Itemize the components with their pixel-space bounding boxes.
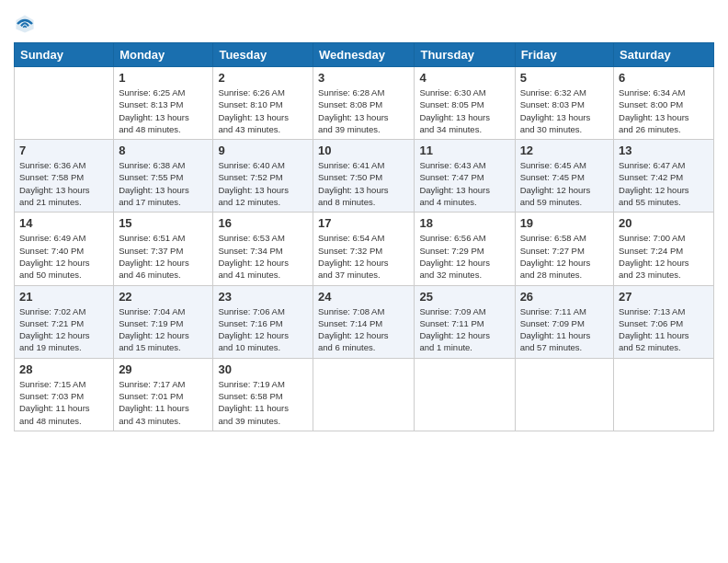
- day-number: 20: [619, 216, 709, 230]
- calendar-cell: 25Sunrise: 7:09 AMSunset: 7:11 PMDayligh…: [415, 285, 515, 358]
- day-info: Sunrise: 6:45 AMSunset: 7:45 PMDaylight:…: [520, 159, 609, 208]
- day-info: Sunrise: 7:15 AMSunset: 7:03 PMDaylight:…: [19, 378, 108, 427]
- day-info: Sunrise: 6:58 AMSunset: 7:27 PMDaylight:…: [520, 232, 609, 281]
- calendar-cell: 12Sunrise: 6:45 AMSunset: 7:45 PMDayligh…: [515, 140, 613, 213]
- day-number: 21: [19, 290, 108, 304]
- day-info: Sunrise: 6:56 AMSunset: 7:29 PMDaylight:…: [419, 232, 509, 281]
- calendar-cell: 9Sunrise: 6:40 AMSunset: 7:52 PMDaylight…: [213, 140, 313, 213]
- calendar-cell: 10Sunrise: 6:41 AMSunset: 7:50 PMDayligh…: [313, 140, 415, 213]
- day-number: 7: [19, 144, 108, 157]
- day-info: Sunrise: 7:02 AMSunset: 7:21 PMDaylight:…: [19, 305, 108, 354]
- day-info: Sunrise: 6:41 AMSunset: 7:50 PMDaylight:…: [318, 159, 409, 208]
- calendar-cell: 8Sunrise: 6:38 AMSunset: 7:55 PMDaylight…: [114, 140, 213, 213]
- weekday-header-sunday: Sunday: [15, 43, 114, 67]
- day-number: 17: [318, 216, 409, 230]
- day-number: 4: [419, 71, 509, 85]
- calendar-week-row: 1Sunrise: 6:25 AMSunset: 8:13 PMDaylight…: [15, 67, 714, 140]
- calendar-cell: [614, 358, 714, 431]
- day-number: 14: [19, 216, 108, 230]
- day-info: Sunrise: 7:06 AMSunset: 7:16 PMDaylight:…: [218, 305, 308, 354]
- logo: [14, 13, 40, 35]
- calendar-cell: 20Sunrise: 7:00 AMSunset: 7:24 PMDayligh…: [614, 213, 714, 285]
- calendar-week-row: 7Sunrise: 6:36 AMSunset: 7:58 PMDaylight…: [15, 140, 714, 213]
- day-info: Sunrise: 6:47 AMSunset: 7:42 PMDaylight:…: [619, 159, 709, 208]
- weekday-header-thursday: Thursday: [415, 43, 515, 67]
- day-info: Sunrise: 7:00 AMSunset: 7:24 PMDaylight:…: [619, 232, 709, 281]
- calendar-cell: 26Sunrise: 7:11 AMSunset: 7:09 PMDayligh…: [515, 285, 613, 358]
- day-info: Sunrise: 6:36 AMSunset: 7:58 PMDaylight:…: [19, 159, 108, 208]
- calendar-week-row: 21Sunrise: 7:02 AMSunset: 7:21 PMDayligh…: [15, 285, 714, 358]
- day-info: Sunrise: 6:53 AMSunset: 7:34 PMDaylight:…: [218, 232, 308, 281]
- calendar-cell: 24Sunrise: 7:08 AMSunset: 7:14 PMDayligh…: [313, 285, 415, 358]
- day-number: 2: [218, 71, 308, 85]
- weekday-header-monday: Monday: [114, 43, 213, 67]
- day-number: 6: [619, 71, 709, 85]
- calendar-cell: 14Sunrise: 6:49 AMSunset: 7:40 PMDayligh…: [15, 213, 114, 285]
- calendar-cell: 21Sunrise: 7:02 AMSunset: 7:21 PMDayligh…: [15, 285, 114, 358]
- calendar-cell: [415, 358, 515, 431]
- day-info: Sunrise: 6:54 AMSunset: 7:32 PMDaylight:…: [318, 232, 409, 281]
- day-info: Sunrise: 6:51 AMSunset: 7:37 PMDaylight:…: [119, 232, 208, 281]
- calendar-cell: 11Sunrise: 6:43 AMSunset: 7:47 PMDayligh…: [415, 140, 515, 213]
- day-info: Sunrise: 6:30 AMSunset: 8:05 PMDaylight:…: [419, 86, 509, 135]
- day-number: 1: [119, 71, 208, 85]
- calendar-cell: 16Sunrise: 6:53 AMSunset: 7:34 PMDayligh…: [213, 213, 313, 285]
- day-info: Sunrise: 6:25 AMSunset: 8:13 PMDaylight:…: [119, 86, 208, 135]
- calendar-cell: 29Sunrise: 7:17 AMSunset: 7:01 PMDayligh…: [114, 358, 213, 431]
- day-number: 25: [419, 290, 509, 304]
- day-number: 10: [318, 144, 409, 157]
- day-info: Sunrise: 6:26 AMSunset: 8:10 PMDaylight:…: [218, 86, 308, 135]
- day-number: 23: [218, 290, 308, 304]
- day-info: Sunrise: 6:32 AMSunset: 8:03 PMDaylight:…: [520, 86, 609, 135]
- calendar-cell: 22Sunrise: 7:04 AMSunset: 7:19 PMDayligh…: [114, 285, 213, 358]
- calendar-cell: 15Sunrise: 6:51 AMSunset: 7:37 PMDayligh…: [114, 213, 213, 285]
- calendar-cell: 18Sunrise: 6:56 AMSunset: 7:29 PMDayligh…: [415, 213, 515, 285]
- day-number: 28: [19, 362, 108, 376]
- calendar: SundayMondayTuesdayWednesdayThursdayFrid…: [14, 42, 714, 431]
- day-number: 11: [419, 144, 509, 157]
- weekday-header-friday: Friday: [515, 43, 613, 67]
- day-info: Sunrise: 7:11 AMSunset: 7:09 PMDaylight:…: [520, 305, 609, 354]
- calendar-cell: 30Sunrise: 7:19 AMSunset: 6:58 PMDayligh…: [213, 358, 313, 431]
- day-number: 5: [520, 71, 609, 85]
- day-number: 24: [318, 290, 409, 304]
- calendar-cell: [15, 67, 114, 140]
- day-number: 9: [218, 144, 308, 157]
- day-info: Sunrise: 7:13 AMSunset: 7:06 PMDaylight:…: [619, 305, 709, 354]
- page-container: SundayMondayTuesdayWednesdayThursdayFrid…: [0, 0, 728, 441]
- calendar-cell: 1Sunrise: 6:25 AMSunset: 8:13 PMDaylight…: [114, 67, 213, 140]
- weekday-header-tuesday: Tuesday: [213, 43, 313, 67]
- day-number: 12: [520, 144, 609, 157]
- day-info: Sunrise: 7:19 AMSunset: 6:58 PMDaylight:…: [218, 378, 308, 427]
- day-info: Sunrise: 7:09 AMSunset: 7:11 PMDaylight:…: [419, 305, 509, 354]
- day-info: Sunrise: 7:04 AMSunset: 7:19 PMDaylight:…: [119, 305, 208, 354]
- calendar-cell: [313, 358, 415, 431]
- day-number: 26: [520, 290, 609, 304]
- day-number: 27: [619, 290, 709, 304]
- day-info: Sunrise: 6:43 AMSunset: 7:47 PMDaylight:…: [419, 159, 509, 208]
- calendar-header-row: SundayMondayTuesdayWednesdayThursdayFrid…: [15, 43, 714, 67]
- calendar-week-row: 14Sunrise: 6:49 AMSunset: 7:40 PMDayligh…: [15, 213, 714, 285]
- day-number: 29: [119, 362, 208, 376]
- day-number: 19: [520, 216, 609, 230]
- calendar-cell: 5Sunrise: 6:32 AMSunset: 8:03 PMDaylight…: [515, 67, 613, 140]
- calendar-cell: 17Sunrise: 6:54 AMSunset: 7:32 PMDayligh…: [313, 213, 415, 285]
- day-info: Sunrise: 6:28 AMSunset: 8:08 PMDaylight:…: [318, 86, 409, 135]
- day-info: Sunrise: 6:38 AMSunset: 7:55 PMDaylight:…: [119, 159, 208, 208]
- day-number: 3: [318, 71, 409, 85]
- calendar-cell: 2Sunrise: 6:26 AMSunset: 8:10 PMDaylight…: [213, 67, 313, 140]
- weekday-header-wednesday: Wednesday: [313, 43, 415, 67]
- calendar-cell: 6Sunrise: 6:34 AMSunset: 8:00 PMDaylight…: [614, 67, 714, 140]
- day-info: Sunrise: 7:17 AMSunset: 7:01 PMDaylight:…: [119, 378, 208, 427]
- calendar-cell: 7Sunrise: 6:36 AMSunset: 7:58 PMDaylight…: [15, 140, 114, 213]
- calendar-cell: 3Sunrise: 6:28 AMSunset: 8:08 PMDaylight…: [313, 67, 415, 140]
- calendar-cell: 13Sunrise: 6:47 AMSunset: 7:42 PMDayligh…: [614, 140, 714, 213]
- weekday-header-saturday: Saturday: [614, 43, 714, 67]
- logo-icon: [14, 13, 36, 35]
- calendar-cell: [515, 358, 613, 431]
- day-info: Sunrise: 7:08 AMSunset: 7:14 PMDaylight:…: [318, 305, 409, 354]
- calendar-cell: 28Sunrise: 7:15 AMSunset: 7:03 PMDayligh…: [15, 358, 114, 431]
- calendar-cell: 23Sunrise: 7:06 AMSunset: 7:16 PMDayligh…: [213, 285, 313, 358]
- day-number: 18: [419, 216, 509, 230]
- day-info: Sunrise: 6:40 AMSunset: 7:52 PMDaylight:…: [218, 159, 308, 208]
